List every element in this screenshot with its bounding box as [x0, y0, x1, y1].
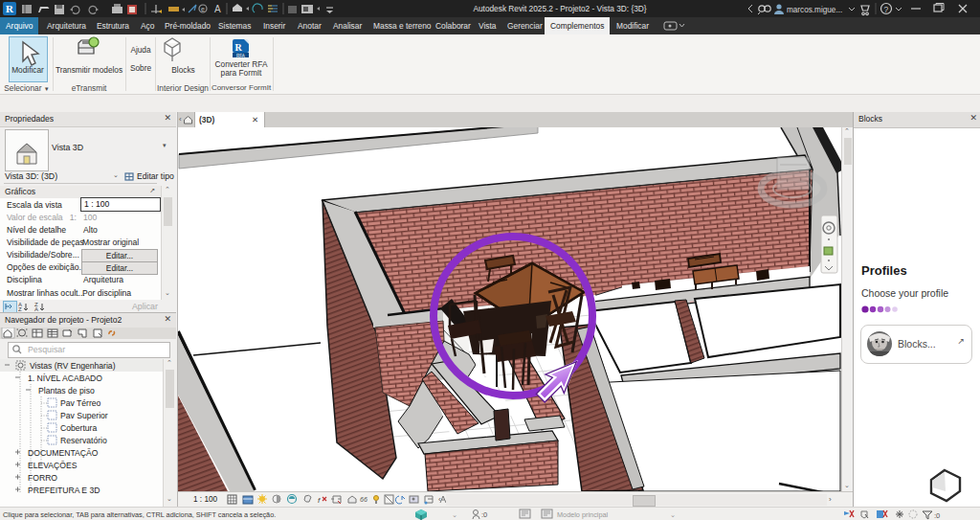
svg-text:f: f [318, 496, 321, 505]
svg-text:66: 66 [360, 496, 368, 503]
svg-text:FORRO: FORRO [28, 473, 57, 483]
svg-text:RFA: RFA [236, 54, 245, 58]
svg-text:Reservatório: Reservatório [60, 436, 107, 445]
svg-text:ELEVAÇÕES: ELEVAÇÕES [28, 461, 78, 470]
svg-text:PREFEITURA E 3D: PREFEITURA E 3D [28, 486, 100, 495]
svg-text:Cobertura: Cobertura [60, 423, 97, 433]
svg-text:?: ? [884, 5, 889, 14]
svg-text:DOCUMENTAÇÃO: DOCUMENTAÇÃO [28, 448, 99, 458]
svg-text:Pav Térreo: Pav Térreo [60, 398, 101, 408]
svg-text:R: R [234, 42, 242, 53]
svg-text:marcos.migue...: marcos.migue... [787, 6, 842, 14]
svg-text:e: e [201, 6, 205, 12]
svg-text:A: A [214, 4, 221, 14]
svg-text::0: :0 [481, 510, 487, 519]
svg-text::0: :0 [934, 511, 940, 520]
svg-text:1. NÍVEL ACABADO: 1. NÍVEL ACABADO [28, 373, 102, 383]
svg-text:Pav Superior: Pav Superior [60, 411, 108, 420]
svg-text:Vistas (RV Engenharia): Vistas (RV Engenharia) [30, 361, 116, 371]
svg-text:Plantas de piso: Plantas de piso [38, 386, 95, 396]
svg-text:R: R [6, 3, 14, 14]
